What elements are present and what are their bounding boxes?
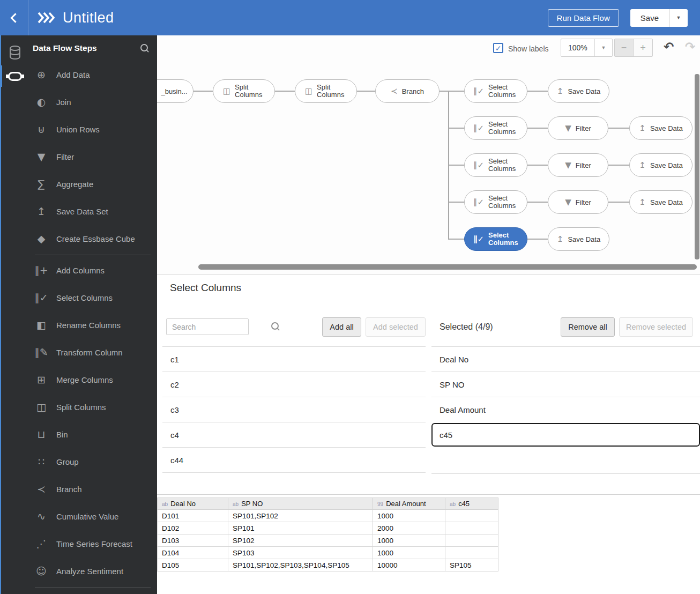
node-filter-1[interactable]: ▼Filter <box>548 116 608 140</box>
sidebar-item-filter[interactable]: ▼Filter <box>28 143 157 170</box>
node-select-columns-4[interactable]: ∥✓Select Columns <box>464 190 527 214</box>
table-row: D103SP1021000 <box>158 534 498 547</box>
node-save-data-4[interactable]: ↥Save Data <box>629 190 692 214</box>
column-header: abSP NO <box>228 498 373 510</box>
list-item[interactable]: c1 <box>162 347 426 372</box>
sidebar-item-train-numeric-prediction[interactable]: ∴Train Numeric Prediction <box>28 589 157 594</box>
sidebar-item-aggregate[interactable]: ∑Aggregate <box>28 170 157 198</box>
add-columns-icon: ∥+ <box>33 265 49 276</box>
node-source-dataset[interactable]: _busin... <box>157 79 193 103</box>
sidebar-item-cumulative-value[interactable]: ∿Cumulative Value <box>28 503 157 530</box>
node-branch[interactable]: ≺Branch <box>375 79 440 103</box>
show-labels-checkbox[interactable]: ✓ <box>493 43 503 53</box>
split-columns-icon: ◫ <box>305 87 312 95</box>
text-type-icon: ab <box>450 501 456 507</box>
sidebar-item-transform-column[interactable]: ∥✎Transform Column <box>28 339 157 366</box>
list-item[interactable]: c2 <box>162 372 426 397</box>
search-icon[interactable] <box>140 44 150 53</box>
sidebar-rail <box>1 35 28 594</box>
sidebar-item-add-data[interactable]: ⊕Add Data <box>28 61 157 88</box>
sidebar-item-save-data-set[interactable]: ↥Save Data Set <box>28 198 157 225</box>
data-preview-table: abDeal No abSP NO 99Deal Amount abc45 D1… <box>157 498 498 571</box>
node-select-columns-5-selected[interactable]: ∥✓Select Columns <box>464 227 527 251</box>
sidebar-item-rename-columns[interactable]: ◧Rename Columns <box>28 311 157 339</box>
run-data-flow-button[interactable]: Run Data Flow <box>548 9 619 27</box>
add-selected-button[interactable]: Add selected <box>366 317 426 337</box>
sidebar-item-merge-columns[interactable]: ⊞Merge Columns <box>28 366 157 393</box>
check-icon: ✓ <box>495 44 502 53</box>
rail-item-data-flow-steps[interactable] <box>1 64 28 88</box>
column-header: 99Deal Amount <box>373 498 445 510</box>
table-row: D105SP101,SP102,SP103,SP104,SP10510000SP… <box>158 559 498 571</box>
connector <box>448 128 465 129</box>
main-area: ✓ Show labels 100% ▼ − + ↶ ↷ <box>157 35 700 594</box>
select-columns-icon: ∥✓ <box>473 198 484 206</box>
select-columns-icon: ∥✓ <box>33 293 49 303</box>
table-header-row: abDeal No abSP NO 99Deal Amount abc45 <box>158 498 498 510</box>
node-select-columns-1[interactable]: ∥✓Select Columns <box>464 79 527 103</box>
sidebar-item-split-columns[interactable]: ◫Split Columns <box>28 393 157 421</box>
connector <box>192 91 214 92</box>
list-item[interactable]: SP NO <box>431 372 700 397</box>
node-filter-3[interactable]: ▼Filter <box>548 190 608 214</box>
sidebar-item-join[interactable]: ◐Join <box>28 88 157 116</box>
save-data-set-icon: ↥ <box>33 206 49 217</box>
divider <box>35 255 151 255</box>
connector <box>527 165 548 166</box>
add-all-button[interactable]: Add all <box>322 317 361 337</box>
node-filter-2[interactable]: ▼Filter <box>548 153 608 177</box>
zoom-in-button[interactable]: + <box>634 39 652 56</box>
node-save-data-5[interactable]: ↥Save Data <box>548 227 609 251</box>
page-title: Untitled <box>63 10 114 26</box>
node-select-columns-3[interactable]: ∥✓Select Columns <box>464 153 527 177</box>
zoom-level-select[interactable]: 100% ▼ <box>561 39 613 57</box>
zoom-out-button[interactable]: − <box>615 39 634 56</box>
merge-columns-icon: ⊞ <box>33 375 49 385</box>
list-item[interactable]: Deal Amount <box>431 397 700 422</box>
rail-item-data[interactable] <box>1 41 28 64</box>
connector <box>448 239 465 240</box>
node-save-data-1[interactable]: ↥Save Data <box>548 79 609 103</box>
sidebar-item-bin[interactable]: ⊔Bin <box>28 421 157 448</box>
flow-canvas[interactable]: ✓ Show labels 100% ▼ − + ↶ ↷ <box>157 35 700 274</box>
divider <box>157 494 700 495</box>
node-select-columns-2[interactable]: ∥✓Select Columns <box>464 116 527 140</box>
back-button[interactable] <box>0 0 28 35</box>
canvas-vertical-scrollbar[interactable] <box>695 74 699 259</box>
redo-button[interactable]: ↷ <box>685 40 695 54</box>
node-save-data-3[interactable]: ↥Save Data <box>629 153 692 177</box>
node-save-data-2[interactable]: ↥Save Data <box>629 116 692 140</box>
sidebar-item-group[interactable]: ∷Group <box>28 448 157 476</box>
remove-all-button[interactable]: Remove all <box>561 317 615 337</box>
node-split-columns-2[interactable]: ◫Split Columns <box>295 79 357 103</box>
canvas-horizontal-scrollbar[interactable] <box>198 264 697 270</box>
flow-step-icon <box>8 72 22 81</box>
connector <box>527 91 548 92</box>
branch-icon: ≺ <box>391 87 398 95</box>
sidebar-item-create-essbase-cube[interactable]: ◆Create Essbase Cube <box>28 225 157 253</box>
list-item[interactable]: c44 <box>162 448 426 473</box>
chevron-down-icon: ▼ <box>676 15 681 20</box>
sidebar-item-time-series-forecast[interactable]: ⋰Time Series Forecast <box>28 530 157 558</box>
column-rename-input[interactable] <box>431 423 700 447</box>
sidebar-item-select-columns[interactable]: ∥✓Select Columns <box>28 284 157 311</box>
analyze-sentiment-icon: ☺ <box>33 566 49 576</box>
save-data-icon: ↥ <box>639 161 646 169</box>
save-data-icon: ↥ <box>557 235 564 243</box>
undo-button[interactable]: ↶ <box>664 40 674 54</box>
connector <box>356 91 376 92</box>
sidebar-item-analyze-sentiment[interactable]: ☺Analyze Sentiment <box>28 558 157 585</box>
number-type-icon: 99 <box>377 501 383 507</box>
list-item[interactable]: Deal No <box>431 347 700 372</box>
sidebar-item-branch[interactable]: ≺Branch <box>28 476 157 503</box>
transform-column-icon: ∥✎ <box>33 347 49 358</box>
sidebar-item-add-columns[interactable]: ∥+Add Columns <box>28 257 157 284</box>
sidebar-item-union-rows[interactable]: ⊎Union Rows <box>28 116 157 143</box>
search-input[interactable] <box>167 323 271 331</box>
save-button[interactable]: Save <box>630 9 669 27</box>
save-menu-arrow[interactable]: ▼ <box>669 9 688 27</box>
node-split-columns-1[interactable]: ◫Split Columns <box>213 79 275 103</box>
list-item[interactable]: c3 <box>162 397 426 422</box>
remove-selected-button[interactable]: Remove selected <box>619 317 693 337</box>
list-item[interactable]: c4 <box>162 422 426 448</box>
